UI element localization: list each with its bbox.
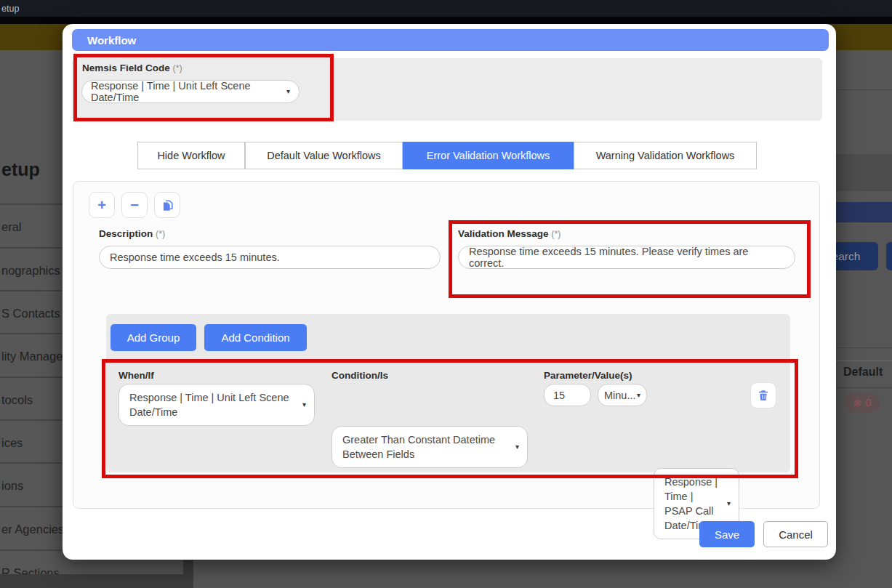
trash-icon [757, 389, 770, 402]
circle-x-icon: ⊗ [853, 397, 862, 408]
default-column-header: Default [843, 366, 883, 379]
copy-icon [161, 198, 174, 212]
bg-table-line-1 [836, 347, 892, 348]
chevron-down-icon: ▾ [302, 401, 306, 408]
chevron-down-icon: ▾ [286, 88, 290, 95]
plus-icon: + [97, 197, 106, 214]
parameter-number-input[interactable]: 15 [544, 384, 591, 406]
error-count-badge: ⊗ 0 [845, 393, 880, 412]
parameter-number-value: 15 [553, 390, 565, 401]
validation-message-input[interactable]: Response time exceeds 15 minutes. Please… [458, 246, 795, 269]
parameter-unit-value: Minu... [604, 390, 636, 401]
bg-table-line-3 [836, 387, 892, 388]
nemsis-field-label: Nemsis Field Code (*) [82, 63, 182, 73]
parameter-unit-dropdown[interactable]: Minu... ▾ [598, 384, 647, 406]
save-button-label: Save [715, 528, 739, 541]
description-label-text: Description [99, 228, 153, 239]
parameter-values-label: Parameter/Value(s) [544, 370, 632, 381]
nemsis-field-value: Response | Time | Unit Left Scene Date/T… [91, 80, 281, 103]
validation-message-label: Validation Message (*) [458, 228, 561, 239]
description-input[interactable]: Response time exceeds 15 minutes. [99, 246, 441, 269]
validation-message-value: Response time exceeds 15 minutes. Please… [469, 246, 784, 269]
add-condition-button[interactable]: Add Condition [204, 324, 307, 351]
search-button-label: earch [832, 250, 861, 263]
bottom-strip [0, 574, 193, 588]
cancel-button[interactable]: Cancel [763, 521, 828, 547]
description-label: Description (*) [99, 228, 165, 239]
add-workflow-button[interactable]: + [89, 192, 115, 218]
nemsis-field-label-text: Nemsis Field Code [82, 63, 170, 73]
modal-title: Workflow [87, 34, 136, 47]
condition-is-label: Condition/Is [332, 370, 388, 381]
validation-message-label-text: Validation Message [458, 228, 549, 239]
tab-hide-workflow[interactable]: Hide Workflow [137, 142, 245, 169]
bg-toolbar-band [836, 154, 892, 191]
top-bar-divider [0, 17, 892, 24]
tab-label: Error Validation Workflows [427, 150, 550, 161]
cancel-button-label: Cancel [779, 528, 813, 541]
add-group-label: Add Group [127, 331, 180, 344]
when-if-label: When/If [118, 370, 154, 381]
validation-required-mark: (*) [551, 229, 560, 239]
condition-is-dropdown[interactable]: Greater Than Constant Datetime Between F… [332, 426, 528, 468]
remove-workflow-button[interactable]: − [121, 192, 148, 218]
minus-icon: − [130, 197, 139, 214]
tab-error-validation-workflows[interactable]: Error Validation Workflows [403, 142, 574, 169]
modal-title-bar: Workflow [72, 29, 829, 51]
sidebar-heading: etup [1, 159, 40, 180]
tab-warning-validation-workflows[interactable]: Warning Validation Workflows [574, 142, 757, 169]
description-value: Response time exceeds 15 minutes. [110, 251, 280, 263]
tab-label: Hide Workflow [157, 150, 225, 161]
top-menu-setup-label[interactable]: etup [1, 4, 19, 14]
description-required-mark: (*) [156, 229, 165, 239]
nemsis-field-dropdown[interactable]: Response | Time | Unit Left Scene Date/T… [81, 80, 300, 103]
delete-condition-button[interactable] [750, 382, 776, 408]
top-menu-bar: etup [0, 0, 892, 17]
save-button[interactable]: Save [699, 521, 755, 547]
add-group-button[interactable]: Add Group [111, 324, 196, 351]
nemsis-required-mark: (*) [173, 63, 182, 73]
secondary-action-button[interactable] [886, 242, 892, 270]
chevron-down-icon: ▾ [727, 500, 731, 507]
tab-default-value-workflows[interactable]: Default Value Workflows [245, 142, 403, 169]
bg-divider-line [836, 89, 892, 90]
bg-table-line-2 [836, 361, 892, 361]
tab-label: Default Value Workflows [267, 150, 381, 161]
condition-is-value: Greater Than Constant Datetime Between F… [342, 434, 495, 460]
when-if-dropdown[interactable]: Response | Time | Unit Left Scene Date/T… [118, 384, 315, 426]
error-count-value: 0 [865, 397, 871, 408]
chevron-down-icon: ▾ [637, 392, 640, 399]
when-if-value: Response | Time | Unit Left Scene Date/T… [129, 392, 289, 418]
add-condition-label: Add Condition [221, 331, 289, 344]
screen: etup etup eral nographics S Contacts lit… [0, 0, 892, 588]
workflow-modal: Workflow Nemsis Field Code (*) Response … [63, 24, 836, 560]
chevron-down-icon: ▾ [515, 443, 519, 451]
tab-label: Warning Validation Workflows [596, 150, 735, 161]
copy-workflow-button[interactable] [154, 192, 180, 218]
